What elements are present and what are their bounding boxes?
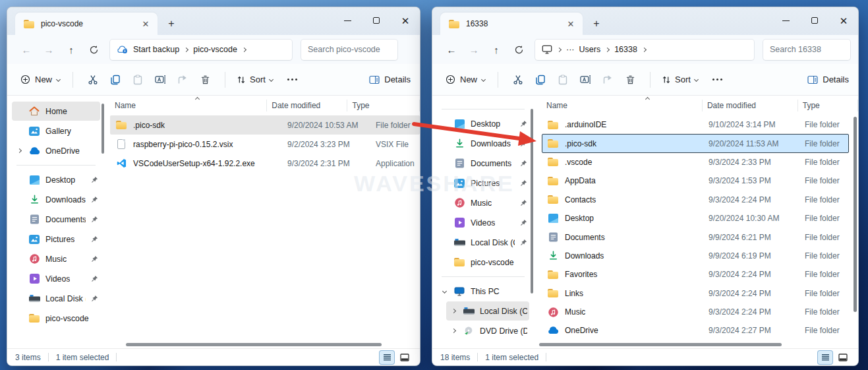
file-row-pico-sdk[interactable]: .pico-sdk 9/20/2024 11:53 AM File folder — [542, 134, 849, 152]
share-button[interactable] — [171, 69, 194, 90]
paste-button[interactable] — [127, 69, 149, 90]
column-header-date[interactable]: Date modified — [703, 100, 798, 111]
file-row-onedrive[interactable]: OneDrive 9/3/2024 2:27 PM File folder — [542, 321, 858, 340]
expand-chevron-icon[interactable] — [451, 328, 455, 333]
tab-close-icon[interactable]: ✕ — [139, 17, 152, 30]
new-tab-button[interactable]: + — [588, 15, 605, 32]
file-row-vsix[interactable]: raspberry-pi-pico-0.15.2.vsix 9/2/2024 3… — [110, 135, 420, 154]
breadcrumb-users[interactable]: Users — [579, 45, 601, 54]
sidebar-item-music[interactable]: Music — [12, 249, 100, 268]
details-view-button[interactable] — [380, 351, 394, 364]
back-button[interactable]: ← — [16, 40, 36, 59]
refresh-button[interactable] — [84, 40, 103, 59]
copy-button[interactable] — [529, 69, 552, 90]
sidebar-item-pico-vscode[interactable]: pico-vscode — [437, 253, 529, 272]
maximize-button[interactable] — [362, 9, 391, 32]
share-button[interactable] — [596, 69, 619, 90]
address-bar[interactable]: ··· Users 16338 — [535, 40, 754, 60]
sidebar-item-local-disk[interactable]: Local Disk (C — [12, 289, 100, 308]
file-row-vscode-setup[interactable]: VSCodeUserSetup-x64-1.92.2.exe 9/3/2024 … — [110, 154, 420, 173]
sidebar-item-desktop[interactable]: Desktop — [437, 114, 529, 133]
sidebar-item-pictures[interactable]: Pictures — [437, 173, 529, 193]
column-header-name[interactable]: Name — [542, 100, 703, 111]
cut-button[interactable] — [507, 69, 529, 90]
tab-pico-vscode[interactable]: pico-vscode ✕ — [15, 13, 158, 35]
sidebar-item-pico-vscode[interactable]: pico-vscode — [12, 309, 100, 328]
sidebar-scrollbar[interactable] — [531, 109, 533, 293]
tab-close-icon[interactable]: ✕ — [564, 17, 577, 30]
column-header-date[interactable]: Date modified — [267, 100, 347, 111]
breadcrumb-folder[interactable]: 16338 — [614, 45, 637, 54]
sidebar-item-local-disk[interactable]: Local Disk (C — [437, 233, 529, 252]
close-button[interactable]: ✕ — [391, 9, 420, 32]
forward-button[interactable]: → — [464, 40, 484, 59]
file-row-desktop[interactable]: Desktop 9/20/2024 10:30 AM File folder — [542, 209, 858, 228]
sidebar-item-this-pc[interactable]: This PC — [437, 282, 529, 301]
cut-button[interactable] — [82, 69, 104, 90]
sort-button[interactable]: Sort — [659, 75, 701, 84]
collapse-chevron-icon[interactable] — [442, 289, 446, 293]
file-row-links[interactable]: Links 9/3/2024 2:24 PM File folder — [542, 284, 858, 303]
sidebar-item-desktop[interactable]: Desktop — [12, 170, 100, 189]
sidebar-item-onedrive[interactable]: OneDrive — [12, 141, 100, 160]
up-button[interactable]: ↑ — [486, 40, 506, 59]
breadcrumb-ellipsis[interactable]: ··· — [566, 45, 575, 54]
file-row-documents[interactable]: Documents 9/9/2024 6:21 PM File folder — [542, 228, 858, 246]
sidebar-item-gallery[interactable]: Gallery — [12, 121, 100, 140]
file-row-downloads[interactable]: Downloads 9/9/2024 6:19 PM File folder — [542, 247, 858, 265]
horizontal-scrollbar[interactable] — [105, 342, 420, 348]
paste-button[interactable] — [552, 69, 574, 90]
minimize-button[interactable] — [333, 9, 362, 32]
rename-button[interactable] — [574, 69, 596, 90]
copy-button[interactable] — [104, 69, 127, 90]
refresh-button[interactable] — [509, 40, 529, 59]
rename-button[interactable] — [149, 69, 171, 90]
file-row-vscode[interactable]: .vscode 9/3/2024 2:33 PM File folder — [542, 153, 858, 171]
address-bar[interactable]: Start backup pico-vscode — [110, 40, 292, 60]
horizontal-scrollbar[interactable] — [534, 342, 858, 348]
up-button[interactable]: ↑ — [61, 40, 81, 59]
large-icons-view-button[interactable] — [397, 351, 412, 364]
new-button[interactable]: New — [442, 75, 489, 84]
minimize-button[interactable] — [771, 9, 800, 32]
sidebar-item-local-disk-c[interactable]: Local Disk (C:) — [446, 301, 529, 321]
sidebar-item-dvd-drive[interactable]: DVD Drive (D:) — [446, 321, 529, 340]
new-tab-button[interactable]: + — [163, 15, 180, 32]
sidebar-item-videos[interactable]: Videos — [437, 213, 529, 232]
sidebar-item-documents[interactable]: Documents — [12, 210, 100, 229]
sort-button[interactable]: Sort — [234, 75, 275, 84]
forward-button[interactable]: → — [39, 40, 59, 59]
vertical-scrollbar[interactable] — [854, 117, 857, 312]
large-icons-view-button[interactable] — [836, 351, 850, 364]
sidebar-item-home[interactable]: Home — [12, 102, 100, 121]
sidebar-item-documents[interactable]: Documents — [437, 154, 529, 173]
sidebar-scrollbar[interactable] — [101, 104, 104, 154]
back-button[interactable]: ← — [442, 40, 461, 59]
breadcrumb-start-backup[interactable]: Start backup — [133, 45, 179, 54]
search-input[interactable]: Search 16338 — [763, 40, 850, 60]
column-header-type[interactable]: Type — [798, 100, 858, 111]
breadcrumb-folder[interactable]: pico-vscode — [193, 45, 237, 54]
close-button[interactable]: ✕ — [829, 9, 858, 32]
new-button[interactable]: New — [16, 75, 64, 84]
sidebar-item-music[interactable]: Music — [437, 193, 529, 212]
sidebar-item-downloads[interactable]: Downloads — [437, 134, 529, 153]
column-header-type[interactable]: Type — [347, 100, 420, 111]
delete-button[interactable] — [194, 69, 216, 90]
details-view-button[interactable] — [818, 351, 832, 364]
file-row-appdata[interactable]: AppData 9/3/2024 1:53 PM File folder — [542, 171, 858, 190]
sidebar-item-downloads[interactable]: Downloads — [12, 190, 100, 209]
maximize-button[interactable] — [800, 9, 829, 32]
column-header-name[interactable]: Name — [110, 100, 267, 111]
details-pane-toggle[interactable]: Details — [807, 75, 849, 84]
details-pane-toggle[interactable]: Details — [369, 75, 411, 84]
file-row-arduinoide[interactable]: .arduinoIDE 9/10/2024 3:14 PM File folde… — [542, 115, 858, 134]
file-row-favorites[interactable]: Favorites 9/3/2024 2:24 PM File folder — [542, 265, 858, 284]
sidebar-item-pictures[interactable]: Pictures — [12, 230, 100, 249]
more-options-button[interactable] — [287, 78, 297, 80]
expand-chevron-icon[interactable] — [16, 148, 21, 153]
file-row-pico-sdk[interactable]: .pico-sdk 9/20/2024 10:53 AM File folder — [110, 115, 420, 135]
expand-chevron-icon[interactable] — [451, 309, 455, 313]
file-row-music[interactable]: Music 9/3/2024 2:24 PM File folder — [542, 303, 858, 321]
sidebar-item-videos[interactable]: Videos — [12, 269, 100, 288]
